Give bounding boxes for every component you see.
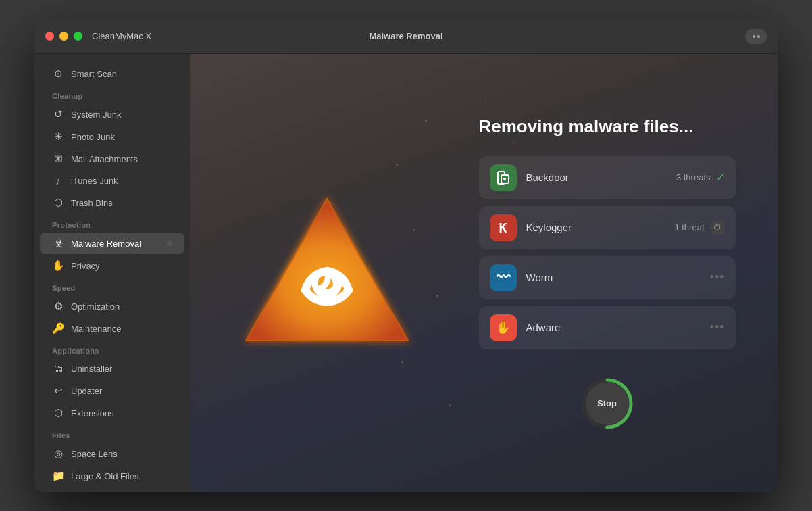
updater-label: Updater	[71, 386, 102, 396]
sidebar-item-large-old-files[interactable]: 📁 Large & Old Files	[40, 465, 184, 487]
adware-name: Adware	[526, 322, 701, 333]
section-protection: Protection	[34, 214, 190, 232]
active-indicator	[167, 241, 172, 246]
maintenance-label: Maintenance	[71, 324, 121, 334]
more-options-button[interactable]	[745, 29, 767, 44]
sidebar-item-privacy[interactable]: ✋ Privacy	[40, 255, 184, 276]
malware-removal-label: Malware Removal	[71, 239, 141, 249]
mail-icon: ✉	[52, 153, 64, 165]
space-lens-label: Space Lens	[71, 449, 118, 459]
smart-scan-icon: ⊙	[52, 68, 64, 80]
mail-attachments-label: Mail Attachments	[71, 154, 138, 164]
uninstaller-label: Uninstaller	[71, 364, 112, 374]
sidebar-item-mail-attachments[interactable]: ✉ Mail Attachments	[40, 148, 184, 170]
main-content: ⊙ Smart Scan Cleanup ↺ System Junk ✳ Pho…	[34, 54, 778, 492]
keylogger-name: Keylogger	[526, 222, 665, 233]
content-area: Removing malware files... Backdoor	[190, 54, 778, 492]
threat-item-keylogger: K Keylogger 1 threat ⏱	[479, 206, 736, 249]
stop-button[interactable]: Stop	[586, 382, 629, 425]
privacy-label: Privacy	[71, 261, 100, 271]
photo-junk-icon: ✳	[52, 130, 64, 143]
system-junk-icon: ↺	[52, 108, 64, 120]
backdoor-check-icon: ✓	[716, 171, 725, 184]
backdoor-status-text: 3 threats	[676, 172, 711, 182]
worm-status: •••	[710, 270, 725, 285]
titlebar-actions	[745, 29, 767, 44]
threat-item-backdoor: Backdoor 3 threats ✓	[479, 156, 736, 199]
app-name: CleanMyMac X	[92, 31, 151, 41]
sidebar-item-smart-scan[interactable]: ⊙ Smart Scan	[40, 63, 184, 84]
section-applications: Applications	[34, 340, 190, 358]
extensions-label: Extensions	[71, 408, 114, 418]
traffic-lights	[45, 32, 82, 41]
sidebar-item-space-lens[interactable]: ◎ Space Lens	[40, 443, 184, 464]
threat-item-adware: ✋ Adware •••	[479, 306, 736, 349]
photo-junk-label: Photo Junk	[71, 132, 115, 142]
sidebar-item-maintenance[interactable]: 🔑 Maintenance	[40, 318, 184, 339]
adware-status: •••	[710, 320, 725, 335]
section-cleanup: Cleanup	[34, 85, 190, 103]
sidebar-item-updater[interactable]: ↩ Updater	[40, 380, 184, 402]
worm-name: Worm	[526, 272, 701, 283]
sidebar: ⊙ Smart Scan Cleanup ↺ System Junk ✳ Pho…	[34, 54, 190, 492]
keylogger-icon: K	[490, 214, 517, 241]
adware-dots-icon: •••	[710, 320, 725, 335]
itunes-junk-label: iTunes Junk	[71, 176, 118, 186]
minimize-button[interactable]	[59, 32, 68, 41]
malware-icon: ☣	[52, 237, 64, 249]
keylogger-status: 1 threat ⏱	[674, 220, 724, 235]
dot2	[757, 35, 760, 38]
backdoor-icon	[490, 164, 517, 191]
sidebar-item-shredder[interactable]: ⊞ Shredder	[40, 487, 184, 492]
fullscreen-button[interactable]	[74, 32, 82, 41]
trash-icon: ⬡	[52, 197, 64, 209]
smart-scan-label: Smart Scan	[71, 69, 117, 79]
threat-item-worm: 〰 Worm •••	[479, 256, 736, 299]
itunes-icon: ♪	[52, 175, 64, 187]
sidebar-item-malware-removal[interactable]: ☣ Malware Removal	[40, 233, 184, 254]
updater-icon: ↩	[52, 385, 64, 397]
adware-icon: ✋	[490, 314, 517, 341]
app-window: CleanMyMac X Malware Removal ⊙ Smart Sca…	[34, 19, 778, 492]
sidebar-item-optimization[interactable]: ⚙ Optimization	[40, 295, 184, 317]
sidebar-item-photo-junk[interactable]: ✳ Photo Junk	[40, 126, 184, 147]
large-old-files-label: Large & Old Files	[71, 471, 138, 481]
worm-dots-icon: •••	[710, 270, 725, 285]
section-speed: Speed	[34, 277, 190, 295]
sidebar-item-extensions[interactable]: ⬡ Extensions	[40, 402, 184, 424]
close-button[interactable]	[45, 32, 54, 41]
uninstaller-icon: 🗂	[52, 363, 64, 374]
sidebar-item-uninstaller[interactable]: 🗂 Uninstaller	[40, 358, 184, 379]
threat-list: Backdoor 3 threats ✓ K Keylogger 1 threa…	[479, 156, 736, 349]
dot1	[753, 35, 755, 38]
stop-progress-ring: Stop	[580, 376, 634, 431]
optimization-label: Optimization	[71, 301, 120, 312]
privacy-icon: ✋	[52, 260, 64, 272]
svg-point-3	[503, 178, 506, 180]
worm-icon: 〰	[490, 264, 517, 291]
optimization-icon: ⚙	[52, 300, 64, 312]
info-section: Removing malware files... Backdoor	[452, 116, 736, 431]
trash-bins-label: Trash Bins	[71, 198, 113, 208]
backdoor-name: Backdoor	[526, 172, 667, 183]
system-junk-label: System Junk	[71, 110, 121, 120]
maintenance-icon: 🔑	[52, 322, 64, 335]
titlebar: CleanMyMac X Malware Removal	[34, 19, 778, 54]
window-title: Malware Removal	[369, 31, 442, 41]
stop-button-container: Stop	[479, 376, 736, 431]
backdoor-status: 3 threats ✓	[676, 171, 725, 184]
sidebar-item-itunes-junk[interactable]: ♪ iTunes Junk	[40, 170, 184, 191]
biohazard-section	[232, 178, 422, 368]
section-files: Files	[34, 424, 190, 442]
biohazard-icon	[232, 178, 422, 368]
removing-title: Removing malware files...	[479, 116, 736, 137]
space-lens-icon: ◎	[52, 447, 64, 460]
clock-icon: ⏱	[710, 220, 725, 235]
sidebar-item-system-junk[interactable]: ↺ System Junk	[40, 103, 184, 125]
keylogger-status-text: 1 threat	[674, 222, 704, 233]
sidebar-item-trash-bins[interactable]: ⬡ Trash Bins	[40, 192, 184, 214]
extensions-icon: ⬡	[52, 407, 64, 419]
large-old-files-icon: 📁	[52, 470, 64, 482]
